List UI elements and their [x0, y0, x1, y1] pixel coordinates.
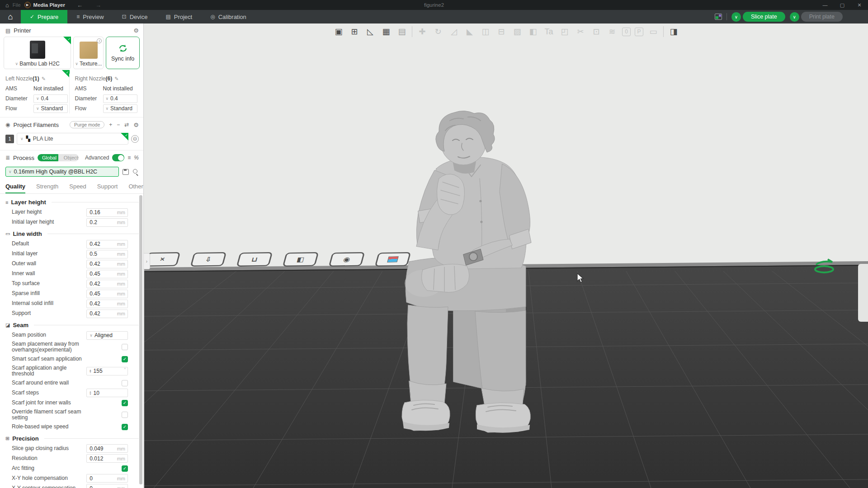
- spinner-arrows-icon[interactable]: ▴▾: [90, 369, 91, 373]
- sidebar-scrollbar[interactable]: [139, 195, 142, 484]
- setting-input[interactable]: 0.42mm: [86, 260, 128, 268]
- sync-info-button[interactable]: Sync info: [106, 37, 140, 69]
- plate-rename-button[interactable]: ⊔: [236, 252, 273, 267]
- process-profile-select[interactable]: ∨ 0.16mm High Quality @BBL H2C: [5, 167, 119, 177]
- tab-others[interactable]: Others: [128, 182, 144, 193]
- tab-device[interactable]: ⊡Device: [113, 10, 157, 23]
- filament-settings-gear-icon[interactable]: ⚙: [133, 122, 139, 128]
- tab-speed[interactable]: Speed: [69, 182, 86, 193]
- setting-input[interactable]: 0.049mm: [86, 444, 128, 453]
- plate-list-icon[interactable]: [715, 14, 722, 20]
- printer-selector[interactable]: ∨Bambu Lab H2C: [4, 37, 71, 69]
- advanced-toggle[interactable]: [112, 154, 124, 161]
- add-filament-icon[interactable]: +: [109, 122, 112, 128]
- doc-zero-icon: 0: [622, 28, 631, 36]
- plate-lock-button[interactable]: ⇩: [190, 252, 227, 267]
- setting-input[interactable]: 0.45mm: [86, 270, 128, 278]
- setting-input[interactable]: 0.5mm: [86, 250, 128, 258]
- tab-support[interactable]: Support: [97, 182, 118, 193]
- setting-checkbox[interactable]: [122, 412, 128, 418]
- spinner-down-icon[interactable]: ▾: [90, 393, 91, 395]
- setting-dropdown[interactable]: ∨Aligned: [86, 331, 128, 340]
- setting-input[interactable]: 0.42mm: [86, 300, 128, 308]
- save-profile-icon[interactable]: [123, 169, 129, 175]
- setting-input[interactable]: 0.45mm: [86, 290, 128, 298]
- model-figurine[interactable]: [396, 111, 540, 445]
- setting-input[interactable]: 0mm: [86, 484, 128, 488]
- tab-preview[interactable]: ≡Preview: [67, 10, 113, 23]
- info-icon[interactable]: i: [97, 38, 102, 43]
- arrange-icon[interactable]: ▦: [380, 26, 392, 38]
- tab-prepare[interactable]: ✓Prepare: [21, 10, 67, 23]
- spinner-down-icon[interactable]: ▾: [90, 371, 91, 373]
- setting-spinner[interactable]: ▴▾155°: [86, 367, 128, 375]
- setting-input[interactable]: 0mm: [86, 474, 128, 483]
- assembly-icon[interactable]: ◨: [668, 26, 679, 38]
- objects-segment[interactable]: Objects: [58, 154, 79, 161]
- ams-sync-icon[interactable]: ⇄: [124, 122, 129, 128]
- param-list-icon[interactable]: ≡: [127, 155, 131, 161]
- setting-input[interactable]: 0.42mm: [86, 310, 128, 318]
- build-plate-selector[interactable]: i ∨Texture...: [73, 37, 104, 69]
- purge-mode-button[interactable]: Purge mode: [70, 121, 104, 128]
- plate-settings-button[interactable]: ◧: [283, 252, 319, 267]
- slice-plate-button[interactable]: Slice plate: [743, 12, 785, 22]
- right-diameter-select[interactable]: ∨0.4: [103, 94, 137, 103]
- undo-icon[interactable]: ←: [77, 2, 83, 9]
- minimize-button[interactable]: —: [816, 0, 834, 10]
- setting-input[interactable]: 0.16mm: [86, 208, 128, 217]
- setting-input[interactable]: 0.42mm: [86, 280, 128, 288]
- edit-nozzle-icon[interactable]: ✎: [42, 76, 46, 82]
- setting-spinner[interactable]: ▴▾10: [86, 389, 128, 397]
- spinner-arrows-icon[interactable]: ▴▾: [90, 391, 91, 395]
- slice-dropdown-icon[interactable]: ∨: [731, 12, 741, 22]
- setting-input[interactable]: 0.42mm: [86, 240, 128, 249]
- left-flow-select[interactable]: ∨Standard: [33, 104, 68, 113]
- global-segment[interactable]: Global: [38, 154, 61, 161]
- setting-row: Support0.42mm: [0, 309, 143, 319]
- setting-checkbox[interactable]: ✓: [122, 400, 128, 406]
- tab-quality[interactable]: Quality: [5, 182, 25, 193]
- sidebar-collapse-button[interactable]: ›: [144, 253, 150, 269]
- close-button[interactable]: ×: [851, 0, 868, 10]
- delete-filament-icon[interactable]: ⊖: [131, 135, 139, 143]
- process-scope-switch[interactable]: Global Objects: [38, 154, 79, 161]
- left-diameter-select[interactable]: ∨0.4: [33, 94, 68, 103]
- tab-calibration-label: Calibration: [218, 14, 246, 20]
- add-plate-icon[interactable]: ⊞: [349, 26, 360, 38]
- printer-settings-gear-icon[interactable]: ⚙: [133, 27, 139, 34]
- tab-project[interactable]: ▤Project: [156, 10, 201, 23]
- edit-nozzle-icon[interactable]: ✎: [114, 76, 118, 82]
- setting-checkbox[interactable]: ✓: [122, 356, 128, 362]
- setting-checkbox[interactable]: [122, 344, 128, 350]
- arrange-plate-icon[interactable]: ▤: [396, 26, 408, 38]
- remove-filament-icon[interactable]: −: [117, 122, 120, 128]
- setting-value: 0.45: [90, 271, 100, 277]
- home-tab[interactable]: ⌂: [0, 10, 21, 23]
- add-object-icon[interactable]: ▣: [333, 26, 344, 38]
- lay-on-face-icon: ◣: [464, 26, 476, 38]
- print-plate-button[interactable]: Print plate: [801, 12, 843, 22]
- file-menu[interactable]: File: [13, 2, 21, 8]
- plate-gear-button[interactable]: ◉: [329, 252, 365, 267]
- right-flow-select[interactable]: ∨Standard: [103, 104, 137, 113]
- setting-value: 0.45: [90, 291, 100, 297]
- viewport-3d[interactable]: ▣⊞◺▦▤✚↻◿◣◫⊟▨◧Ta◰✂⊡≋0P▭◨ ×⇩⊔◧◉: [144, 23, 868, 488]
- setting-checkbox[interactable]: [122, 380, 128, 386]
- tab-calibration[interactable]: ◎Calibration: [201, 10, 255, 23]
- search-icon[interactable]: [132, 169, 139, 175]
- tune-icon[interactable]: %: [134, 155, 139, 161]
- redo-icon[interactable]: →: [95, 2, 101, 9]
- setting-input[interactable]: 0.012mm: [86, 454, 128, 463]
- maximize-button[interactable]: ▢: [834, 0, 851, 10]
- home-icon[interactable]: ⌂: [5, 2, 9, 9]
- wipe-tower-marker[interactable]: [812, 258, 836, 276]
- setting-input[interactable]: 0.2mm: [86, 218, 128, 227]
- auto-orient-icon[interactable]: ◺: [364, 26, 376, 38]
- print-dropdown-icon[interactable]: ∨: [790, 12, 799, 22]
- setting-checkbox[interactable]: ✓: [122, 424, 128, 430]
- media-player-badge[interactable]: ▶ Media Player: [24, 2, 65, 8]
- setting-checkbox[interactable]: ✓: [122, 465, 128, 472]
- filament-select[interactable]: ∨ ▚ PLA Lite: [17, 133, 128, 145]
- tab-strength[interactable]: Strength: [36, 182, 58, 193]
